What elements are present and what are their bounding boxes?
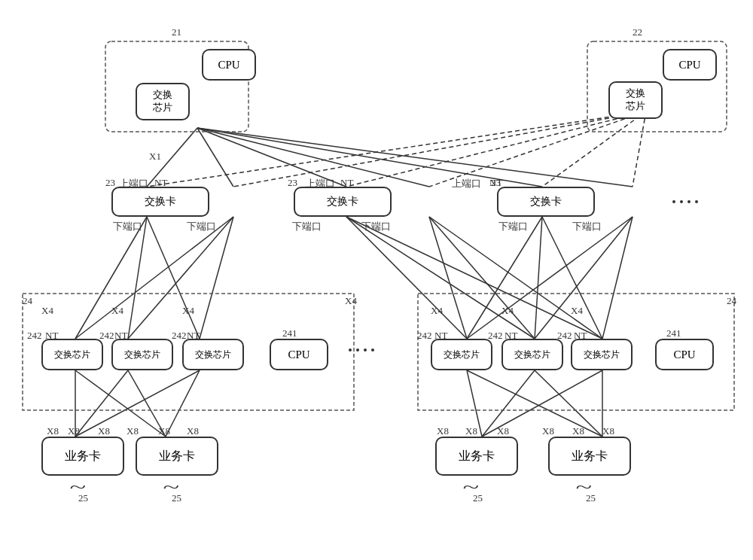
switch-card-2: 交换卡	[294, 187, 392, 217]
lower-port-4: 下端口	[361, 220, 391, 233]
svg-line-27	[467, 217, 633, 339]
nt-label-2: NT	[340, 177, 353, 189]
lower-port-6: 下端口	[572, 220, 602, 233]
lower-port-1: 下端口	[113, 220, 142, 233]
svg-line-18	[346, 217, 467, 339]
nt-chip-4: NT	[434, 330, 447, 342]
svg-line-29	[602, 217, 633, 339]
nt-label-1: NT	[154, 177, 167, 189]
label-25-4: 25	[586, 492, 596, 504]
svg-line-1	[197, 128, 233, 187]
x8-label-1: X8	[47, 425, 59, 437]
svg-point-49	[695, 200, 698, 203]
x4-label-4: X4	[182, 305, 194, 317]
service-card-4: 业务卡	[548, 437, 631, 476]
label-241-left: 241	[282, 327, 297, 339]
label-23-1: 23	[105, 177, 115, 189]
cpu-top-left: CPU	[202, 49, 256, 81]
label-24-right: 24	[727, 295, 736, 307]
nt-chip-6: NT	[574, 330, 587, 342]
lower-port-3: 下端口	[292, 220, 322, 233]
node22-label: 22	[633, 26, 642, 38]
svg-point-53	[371, 348, 374, 352]
svg-line-9	[429, 111, 646, 187]
svg-line-23	[429, 217, 602, 339]
switch-chip-3: 交换芯片	[182, 339, 244, 370]
label-25-3: 25	[473, 492, 483, 504]
switch-chip-top-left: 交换 芯片	[136, 83, 190, 120]
x8-label-3: X8	[98, 425, 110, 437]
x8-label-2: X8	[68, 425, 80, 437]
svg-line-22	[429, 217, 535, 339]
x8-label-9: X8	[497, 425, 509, 437]
svg-line-20	[346, 217, 602, 339]
label-24-left: 24	[23, 295, 32, 307]
diagram: 21 22 CPU 交换 芯片 CPU 交换 芯片 交换卡 交换卡 交换卡 交换…	[0, 0, 753, 560]
upper-port-label-3: 上端口	[452, 177, 481, 190]
label-242-6: 242	[557, 330, 572, 342]
svg-line-31	[75, 370, 166, 437]
label-25-1: 25	[78, 492, 88, 504]
lower-port-5: 下端口	[498, 220, 528, 233]
label-242-4: 242	[417, 330, 432, 342]
svg-point-46	[672, 200, 675, 203]
svg-line-13	[128, 217, 147, 339]
svg-point-48	[687, 200, 691, 203]
svg-line-16	[128, 217, 233, 339]
nt-chip-3: NT	[187, 330, 200, 342]
svg-line-15	[75, 217, 233, 339]
svg-line-24	[467, 217, 542, 339]
x4-label-2: X4	[41, 305, 53, 317]
switch-chip-2: 交换芯片	[111, 339, 173, 370]
x4-label-6: X4	[501, 305, 514, 317]
lower-port-2: 下端口	[187, 220, 216, 233]
svg-line-19	[346, 217, 535, 339]
nt-label-3: NT	[489, 177, 502, 189]
switch-card-1: 交换卡	[111, 187, 209, 217]
svg-line-7	[233, 111, 646, 187]
service-card-3: 业务卡	[435, 437, 518, 476]
nt-chip-2: NT	[114, 330, 127, 342]
label-242-3: 242	[172, 330, 187, 342]
label-242-1: 242	[27, 330, 42, 342]
upper-port-label-2: 上端口	[306, 177, 335, 190]
svg-line-26	[542, 217, 602, 339]
svg-line-8	[346, 111, 646, 187]
svg-point-52	[364, 348, 367, 352]
switch-chip-6: 交换芯片	[571, 339, 633, 370]
label-242-2: 242	[99, 330, 114, 342]
x1-label: X1	[149, 151, 161, 163]
x8-label-10: X8	[542, 425, 554, 437]
cpu-241-left: CPU	[270, 339, 328, 370]
svg-line-6	[147, 111, 646, 187]
svg-line-17	[200, 217, 233, 339]
label-23-2: 23	[288, 177, 297, 189]
upper-port-label-1: 上端口	[119, 177, 148, 190]
svg-line-5	[197, 128, 633, 187]
x4-label-1: X4	[345, 295, 357, 307]
svg-line-14	[147, 217, 200, 339]
svg-point-47	[680, 200, 683, 203]
switch-chip-5: 交换芯片	[501, 339, 563, 370]
node21-label: 21	[172, 26, 181, 38]
label-25-2: 25	[172, 492, 181, 504]
svg-point-51	[356, 348, 359, 352]
service-card-1: 业务卡	[41, 437, 124, 476]
cpu-top-right: CPU	[663, 49, 717, 81]
switch-chip-4: 交换芯片	[431, 339, 492, 370]
service-card-2: 业务卡	[136, 437, 218, 476]
x8-label-11: X8	[572, 425, 584, 437]
x4-label-3: X4	[111, 305, 123, 317]
label-241-right: 241	[666, 327, 681, 339]
nt-chip-1: NT	[45, 330, 58, 342]
x8-label-8: X8	[465, 425, 477, 437]
svg-line-12	[75, 217, 147, 339]
x4-label-5: X4	[431, 305, 443, 317]
label-242-5: 242	[488, 330, 503, 342]
switch-chip-1: 交换芯片	[41, 339, 103, 370]
nt-chip-5: NT	[505, 330, 517, 342]
svg-line-10	[542, 111, 646, 187]
x4-label-7: X4	[571, 305, 583, 317]
svg-line-25	[535, 217, 542, 339]
svg-point-50	[349, 348, 352, 352]
